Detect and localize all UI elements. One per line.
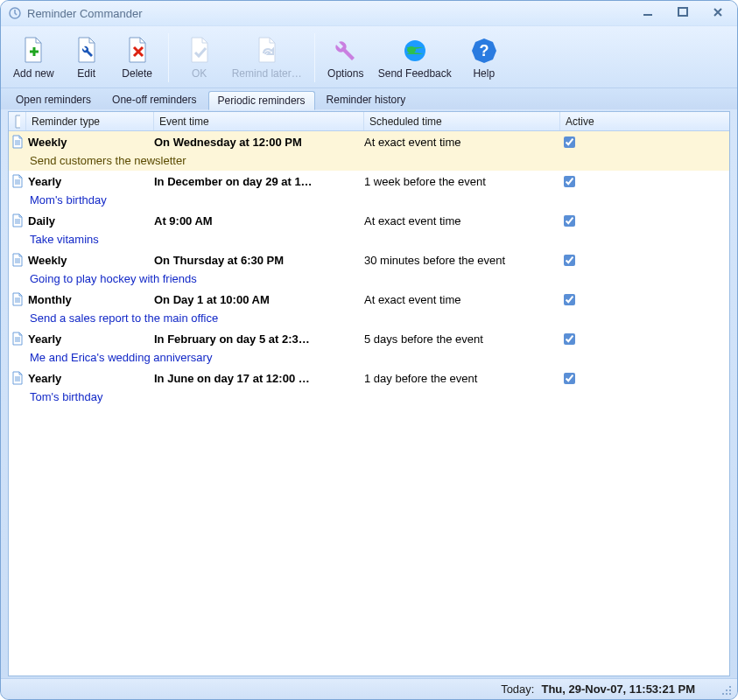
column-header-active[interactable]: Active — [560, 112, 727, 130]
page-icon — [9, 135, 26, 149]
content-area: Reminder type Event time Scheduled time … — [8, 111, 730, 676]
cell-event: On Thursday at 6:30 PM — [154, 254, 364, 267]
table-row[interactable]: MonthlyOn Day 1 at 10:00 AMAt exact even… — [9, 289, 729, 328]
page-redo-icon — [252, 36, 282, 66]
column-header-type[interactable]: Reminder type — [26, 112, 154, 130]
cell-active — [560, 370, 727, 387]
resize-grip[interactable] — [721, 685, 734, 697]
delete-button[interactable]: Delete — [112, 34, 163, 81]
options-button[interactable]: Options — [320, 34, 371, 81]
page-icon — [9, 174, 26, 188]
active-checkbox[interactable] — [564, 215, 575, 227]
options-label: Options — [327, 67, 363, 80]
add-new-label: Add new — [13, 67, 54, 80]
app-window: Reminder Commander Add new Edit Delete — [0, 0, 738, 700]
page-check-icon — [185, 36, 214, 66]
close-button[interactable] — [711, 6, 730, 20]
cell-active — [560, 291, 727, 308]
cell-scheduled: At exact event time — [364, 293, 560, 306]
cell-scheduled: 5 days before the event — [364, 332, 560, 346]
active-checkbox[interactable] — [564, 294, 575, 305]
table-row[interactable]: WeeklyOn Wednesday at 12:00 PMAt exact e… — [9, 131, 729, 171]
ok-label: OK — [192, 67, 207, 80]
tab-reminder-history[interactable]: Reminder history — [317, 90, 416, 109]
cell-event: On Wednesday at 12:00 PM — [154, 136, 364, 149]
cell-scheduled: At exact event time — [364, 136, 560, 149]
help-icon: ? — [469, 36, 499, 66]
table-row[interactable]: WeeklyOn Thursday at 6:30 PM30 minutes b… — [9, 249, 729, 289]
column-headers: Reminder type Event time Scheduled time … — [9, 112, 729, 131]
cell-type: Yearly — [26, 372, 154, 385]
tabs: Open reminders One-off reminders Periodi… — [1, 88, 737, 109]
cell-event: In December on day 29 at 1… — [154, 175, 364, 188]
send-feedback-label: Send Feedback — [378, 67, 452, 80]
cell-type: Weekly — [26, 254, 154, 267]
window-title: Reminder Commander — [27, 7, 641, 20]
cell-type: Yearly — [26, 175, 154, 188]
page-icon — [9, 332, 26, 346]
page-wrench-icon — [72, 36, 102, 66]
globe-icon — [400, 36, 430, 66]
column-header-icon[interactable] — [9, 112, 26, 130]
tab-periodic-reminders[interactable]: Periodic reminders — [208, 91, 315, 110]
page-plus-icon — [18, 36, 48, 66]
cell-active — [560, 134, 727, 150]
remind-later-label: Remind later… — [232, 67, 302, 80]
active-checkbox[interactable] — [564, 176, 575, 187]
cell-type: Monthly — [26, 293, 154, 306]
table-row[interactable]: YearlyIn December on day 29 at 1…1 week … — [9, 171, 729, 210]
maximize-button[interactable] — [676, 6, 695, 20]
cell-scheduled: 1 day before the event — [364, 372, 560, 385]
cell-event: At 9:00 AM — [154, 214, 364, 228]
table-row[interactable]: YearlyIn February on day 5 at 2:3…5 days… — [9, 328, 729, 368]
edit-button[interactable]: Edit — [61, 34, 112, 81]
toolbar: Add new Edit Delete OK Remind later… — [1, 25, 737, 88]
delete-label: Delete — [122, 67, 152, 80]
ok-button[interactable]: OK — [174, 34, 225, 81]
window-buttons — [641, 6, 730, 20]
page-icon — [9, 292, 26, 306]
tab-open-reminders[interactable]: Open reminders — [6, 90, 101, 109]
tab-one-off-reminders[interactable]: One-off reminders — [102, 90, 207, 109]
cell-type: Weekly — [26, 136, 154, 149]
minimize-button[interactable] — [641, 6, 660, 20]
status-today-value: Thu, 29-Nov-07, 11:53:21 PM — [541, 682, 695, 696]
app-icon — [8, 6, 22, 20]
column-header-event[interactable]: Event time — [154, 112, 364, 130]
active-checkbox[interactable] — [564, 255, 575, 266]
cell-active — [560, 173, 727, 190]
remind-later-button[interactable]: Remind later… — [225, 34, 309, 81]
edit-label: Edit — [77, 67, 95, 80]
help-button[interactable]: ? Help — [459, 34, 510, 81]
cell-description: Send a sales report to the main office — [9, 310, 729, 328]
table-row[interactable]: DailyAt 9:00 AMAt exact event timeTake v… — [9, 210, 729, 249]
cell-description: Take vitamins — [9, 231, 729, 249]
wrench-icon — [331, 36, 361, 66]
cell-type: Daily — [26, 214, 154, 228]
cell-event: On Day 1 at 10:00 AM — [154, 293, 364, 306]
help-label: Help — [473, 67, 495, 80]
active-checkbox[interactable] — [564, 333, 575, 345]
cell-active — [560, 213, 727, 229]
cell-event: In June on day 17 at 12:00 … — [154, 372, 364, 385]
statusbar: Today: Thu, 29-Nov-07, 11:53:21 PM — [1, 678, 737, 699]
cell-active — [560, 252, 727, 269]
active-checkbox[interactable] — [564, 136, 575, 148]
cell-scheduled: 30 minutes before the event — [364, 254, 560, 267]
send-feedback-button[interactable]: Send Feedback — [371, 34, 459, 81]
toolbar-separator — [168, 33, 169, 82]
reminder-list: WeeklyOn Wednesday at 12:00 PMAt exact e… — [9, 131, 729, 676]
column-header-scheduled[interactable]: Scheduled time — [364, 112, 560, 130]
page-icon — [9, 253, 26, 267]
add-new-button[interactable]: Add new — [6, 34, 61, 81]
table-row[interactable]: YearlyIn June on day 17 at 12:00 …1 day … — [9, 368, 729, 407]
page-icon — [9, 371, 26, 385]
cell-description: Mom's birthday — [9, 192, 729, 210]
active-checkbox[interactable] — [564, 373, 575, 384]
cell-description: Tom's birthday — [9, 388, 729, 407]
cell-scheduled: 1 week before the event — [364, 175, 560, 188]
toolbar-separator — [314, 33, 315, 82]
cell-active — [560, 331, 727, 347]
svg-rect-2 — [678, 8, 687, 16]
svg-text:?: ? — [479, 42, 488, 60]
